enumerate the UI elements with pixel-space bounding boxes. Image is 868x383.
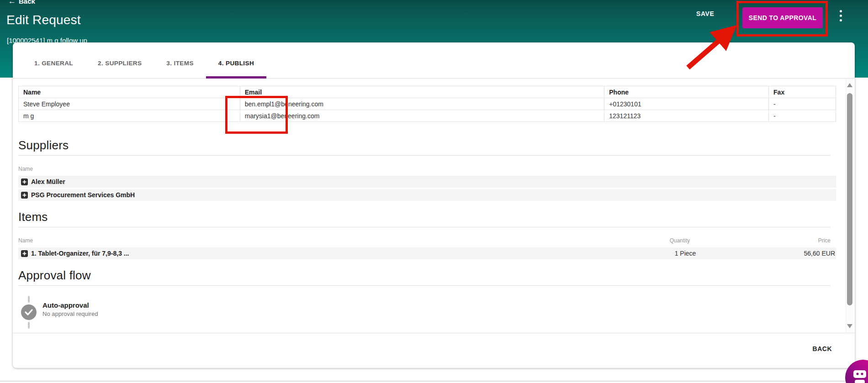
timeline-line [28, 296, 30, 303]
tab-suppliers[interactable]: 2. SUPPLIERS [85, 48, 154, 79]
contacts-col-phone: Phone [604, 86, 769, 98]
suppliers-name-label: Name [18, 166, 831, 172]
footer-back-button[interactable]: BACK [813, 345, 832, 352]
items-name-label: Name [18, 237, 620, 244]
approval-step-subtitle: No approval required [42, 310, 98, 317]
contacts-col-email: Email [240, 86, 604, 98]
items-quantity-label: Quantity [620, 237, 739, 244]
tab-items[interactable]: 3. ITEMS [154, 48, 206, 79]
contact-email: ben.empl1@beneering.com [240, 98, 604, 110]
back-button[interactable]: ←Back [8, 0, 35, 6]
contact-name: m g [19, 110, 240, 122]
approval-step-title: Auto-approval [42, 301, 98, 309]
timeline-line [28, 322, 30, 329]
timeline-rail [21, 296, 37, 329]
item-quantity: 1 Piece [626, 250, 745, 257]
items-column-labels: Name Quantity Price [18, 237, 831, 244]
tab-publish[interactable]: 4. PUBLISH [206, 48, 266, 79]
contact-row: Steve Employee ben.empl1@beneering.com +… [19, 98, 836, 110]
tab-bar: 1. GENERAL 2. SUPPLIERS 3. ITEMS 4. PUBL… [13, 42, 855, 79]
approval-flow-timeline: Auto-approval No approval required [18, 296, 831, 329]
contacts-header-row: Name Email Phone Fax [19, 86, 836, 98]
back-label: Back [19, 0, 35, 5]
items-heading: Items [18, 210, 831, 227]
contact-email: marysia1@beneering.com [240, 110, 604, 122]
contacts-col-fax: Fax [769, 86, 836, 98]
page-bottom-divider [0, 381, 868, 382]
contact-fax: - [769, 110, 836, 122]
contact-name: Steve Employee [19, 98, 240, 110]
expand-plus-icon[interactable] [21, 250, 28, 257]
page-title: Edit Request [6, 13, 81, 27]
expand-plus-icon[interactable] [21, 192, 28, 199]
scrollbar-thumb[interactable] [847, 93, 852, 305]
contact-phone: +01230101 [604, 98, 769, 110]
approval-flow-heading: Approval flow [18, 268, 831, 286]
back-arrow-icon: ← [8, 0, 16, 5]
item-price: 56,60 EUR [745, 250, 836, 257]
scroll-up-icon[interactable] [847, 83, 852, 87]
kebab-menu-icon[interactable] [838, 10, 843, 25]
contact-fax: - [769, 98, 836, 110]
approval-check-icon [21, 304, 37, 320]
items-price-label: Price [739, 237, 831, 244]
send-to-approval-button[interactable]: SEND TO APPROVAL [742, 7, 823, 28]
card-footer: BACK [13, 333, 855, 368]
suppliers-column-labels: Name [18, 166, 831, 172]
supplier-row[interactable]: PSG Procurement Services GmbH [18, 189, 836, 201]
tab-general[interactable]: 1. GENERAL [22, 48, 85, 79]
item-name: 1. Tablet-Organizer, für 7,9-8,3 ... [31, 250, 626, 257]
active-tab-indicator [206, 76, 266, 79]
supplier-name: PSG Procurement Services GmbH [31, 191, 836, 199]
publish-tab-content: Name Email Phone Fax Steve Employee ben.… [13, 79, 855, 333]
vertical-scrollbar[interactable] [846, 79, 853, 333]
approval-step: Auto-approval No approval required [42, 296, 98, 329]
scroll-down-icon[interactable] [847, 324, 852, 328]
contacts-col-name: Name [19, 86, 240, 98]
contact-phone: 123121123 [604, 110, 769, 122]
supplier-row[interactable]: Alex Müller [18, 176, 836, 188]
contact-row: m g marysia1@beneering.com 123121123 - [19, 110, 836, 122]
suppliers-heading: Suppliers [18, 138, 831, 156]
supplier-name: Alex Müller [31, 178, 836, 185]
expand-plus-icon[interactable] [21, 178, 28, 185]
contacts-table: Name Email Phone Fax Steve Employee ben.… [18, 86, 836, 122]
save-button[interactable]: SAVE [696, 10, 715, 17]
item-row[interactable]: 1. Tablet-Organizer, für 7,9-8,3 ... 1 P… [18, 247, 836, 259]
robot-icon [852, 369, 868, 383]
edit-request-card: 1. GENERAL 2. SUPPLIERS 3. ITEMS 4. PUBL… [13, 42, 855, 368]
